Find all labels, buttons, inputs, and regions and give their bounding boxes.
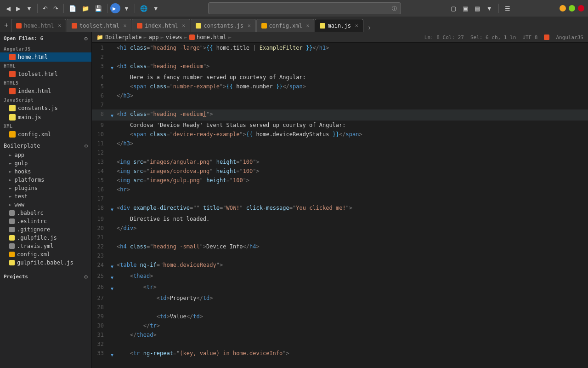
tab-overflow-button[interactable]: ›	[366, 23, 373, 32]
tab-close-1[interactable]: ✕	[58, 23, 61, 29]
view-dropdown[interactable]: ▼	[484, 4, 495, 13]
tree-file-travis[interactable]: .travis.yml	[0, 242, 91, 250]
line-arrow-28	[108, 303, 116, 305]
breadcrumb-app[interactable]: app	[149, 34, 159, 40]
goto-input[interactable]: Go to Anything	[212, 5, 390, 12]
code-line-2: 2	[92, 52, 588, 62]
tab-label-3: index.html	[145, 23, 178, 29]
menu-button[interactable]: ☰	[503, 4, 513, 13]
open-files-gear[interactable]: ⚙	[84, 35, 88, 42]
tree-item-app[interactable]: ► app	[0, 151, 91, 159]
build-dropdown[interactable]: ▼	[121, 4, 132, 13]
code-line-22: 22 <h4 class="heading -small">Device Inf…	[92, 242, 588, 251]
sidebar-icon-config	[9, 131, 16, 138]
tree-gear[interactable]: ⚙	[85, 143, 88, 149]
forward-button[interactable]: ▶	[14, 4, 23, 13]
tree-header[interactable]: Boilerplate ⚙	[0, 141, 91, 151]
window-controls	[560, 5, 584, 12]
code-line-32: 32	[92, 339, 588, 349]
line-arrow-13	[108, 157, 116, 159]
tab-main-js[interactable]: main.js ✕	[315, 19, 363, 32]
tree-item-platforms[interactable]: ► platforms	[0, 176, 91, 184]
sidebar-icon-index	[9, 88, 16, 94]
line-arrow-3: ▼	[108, 62, 116, 73]
undo-button[interactable]: ↶	[40, 4, 50, 13]
view-btn3[interactable]: ▤	[472, 4, 482, 13]
tab-home-html[interactable]: home.html ✕	[11, 19, 66, 32]
tree-arrow-www: ►	[9, 202, 11, 207]
breadcrumb-folder-icon: 📁	[96, 34, 103, 40]
tree-file-gulpfile[interactable]: .gulpfile.js	[0, 234, 91, 242]
sidebar-filename-index: index.html	[18, 88, 51, 94]
sidebar-icon-toolset	[9, 71, 16, 77]
line-num-24: 24	[92, 260, 108, 270]
tab-close-2[interactable]: ✕	[124, 23, 127, 29]
tree-file-configxml[interactable]: config.xml	[0, 250, 91, 259]
minimize-button[interactable]	[560, 5, 566, 12]
dropdown-button[interactable]: ▼	[24, 4, 34, 13]
line-num-12: 12	[92, 148, 108, 157]
projects-gear[interactable]: ⚙	[84, 273, 88, 280]
tab-close-4[interactable]: ✕	[248, 23, 251, 29]
tab-label-5: config.xml	[269, 23, 302, 29]
close-button[interactable]	[578, 5, 584, 12]
back-button[interactable]: ◀	[4, 4, 13, 13]
tree-item-test[interactable]: ► test	[0, 192, 91, 201]
maximize-button[interactable]	[569, 5, 575, 12]
sidebar-file-config[interactable]: config.xml	[0, 130, 91, 139]
code-editor[interactable]: 1 <h1 class="heading -large">{{ home.tit…	[92, 43, 588, 368]
tab-new-button[interactable]: +	[2, 19, 11, 32]
line-content-6: </h3>	[116, 91, 588, 100]
sidebar-icon-home	[9, 54, 16, 60]
tree-label-www: www	[14, 201, 24, 208]
tab-index-html[interactable]: index.html ✕	[132, 19, 190, 32]
tree-label-babelrc: .babelrc	[17, 210, 44, 216]
view-btn1[interactable]: ▢	[448, 4, 458, 13]
tree-item-hooks[interactable]: ► hooks	[0, 167, 91, 176]
tree-item-gulp[interactable]: ► gulp	[0, 159, 91, 167]
tab-close-6[interactable]: ✕	[355, 23, 358, 29]
build-button[interactable]: ▶	[110, 3, 120, 13]
tree-item-plugins[interactable]: ► plugins	[0, 184, 91, 192]
sidebar-file-toolset[interactable]: toolset.html	[0, 69, 91, 79]
redo-button[interactable]: ↷	[51, 4, 61, 13]
tab-config-xml[interactable]: config.xml ✕	[256, 19, 315, 32]
browser-dropdown[interactable]: ▼	[151, 4, 161, 13]
save-button[interactable]: 💾	[92, 4, 104, 13]
tree-file-babelrc[interactable]: .babelrc	[0, 209, 91, 217]
tree-file-gitignore[interactable]: .gitignore	[0, 225, 91, 234]
line-num-3: 3	[92, 62, 108, 71]
projects-header[interactable]: Projects ⚙	[0, 270, 91, 283]
open-files-header[interactable]: Open Files: 6 ⚙	[0, 32, 91, 45]
goto-bar[interactable]: Go to Anything ⓘ	[208, 2, 401, 14]
sidebar-file-main[interactable]: main.js	[0, 113, 91, 122]
browser-button[interactable]: 🌐	[138, 4, 150, 13]
tree-root-label: Boilerplate	[4, 143, 40, 149]
tab-constants-js[interactable]: constants.js ✕	[191, 19, 255, 32]
breadcrumb-views[interactable]: views	[166, 34, 182, 40]
file-button[interactable]: 📄	[67, 4, 79, 13]
editor-area: 📁 Boilerplate ► app ► views ► home.html …	[92, 32, 588, 368]
code-line-25: 25 ▼ <thead>	[92, 271, 588, 282]
line-content-30: </tr>	[116, 321, 588, 330]
breadcrumb-boilerplate[interactable]: Boilerplate	[105, 34, 141, 40]
tab-icon-html1	[16, 23, 22, 29]
tab-close-5[interactable]: ✕	[306, 23, 310, 29]
tab-close-3[interactable]: ✕	[182, 23, 186, 29]
sidebar-file-index[interactable]: index.html	[0, 86, 91, 96]
tree-file-gulpbabel[interactable]: gulpfile.babel.js	[0, 259, 91, 267]
view-btn2[interactable]: ▣	[460, 4, 470, 13]
line-num-1: 1	[92, 43, 108, 52]
tab-toolset-html[interactable]: toolset.html ✕	[67, 19, 131, 32]
breadcrumb-filename[interactable]: home.html	[197, 34, 226, 40]
goto-icon: ⓘ	[392, 5, 397, 12]
line-arrow-15	[108, 176, 116, 178]
tree-item-www[interactable]: ► www	[0, 201, 91, 209]
tree-file-eslintrc[interactable]: .eslintrc	[0, 217, 91, 225]
sidebar-file-home-html[interactable]: home.html	[0, 52, 91, 62]
line-num-22: 22	[92, 242, 108, 251]
breadcrumb-sep3: ►	[184, 34, 187, 40]
sidebar-file-constants[interactable]: constants.js	[0, 104, 91, 113]
sidebar-icon-main	[9, 114, 16, 121]
folder-button[interactable]: 📁	[79, 4, 91, 13]
